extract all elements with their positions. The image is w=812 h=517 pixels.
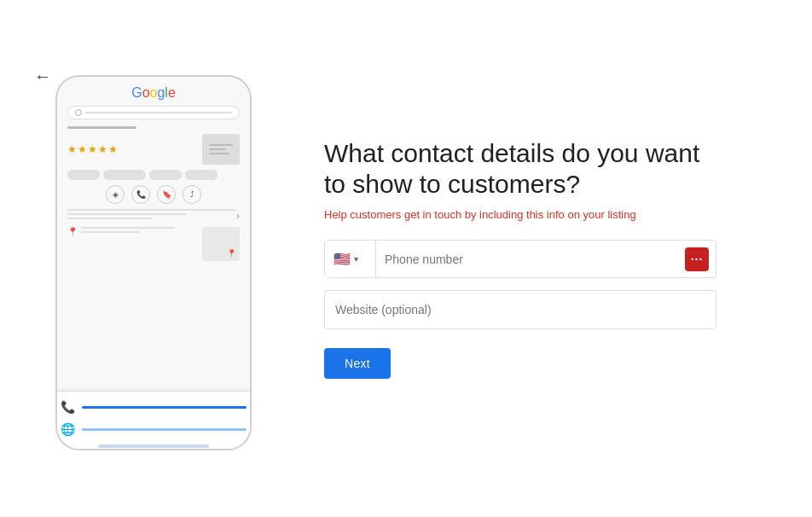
mock-map-area: 📍 📍 <box>67 227 240 261</box>
page-subtitle: Help customers get in touch by including… <box>324 208 716 221</box>
mock-phone-icon: 📞 <box>131 185 150 204</box>
back-button[interactable]: ← <box>34 67 51 86</box>
error-dots-icon: ··· <box>691 253 704 266</box>
card-globe-icon: 🌐 <box>61 422 75 436</box>
page-title: What contact details do you want to show… <box>324 138 716 200</box>
mock-pill <box>67 170 100 180</box>
card-phone-row: 📞 <box>61 400 246 414</box>
mock-pin-icon: 📍 <box>67 227 78 236</box>
chevron-down-icon: ▾ <box>354 254 358 264</box>
mock-line <box>67 126 136 129</box>
mock-stars: ★★★★★ <box>67 143 119 155</box>
scroll-indicator <box>98 444 210 448</box>
website-input[interactable] <box>324 290 716 329</box>
mock-chevron: › <box>236 210 240 222</box>
search-icon <box>75 109 82 116</box>
mock-pill <box>149 170 182 180</box>
next-button[interactable]: Next <box>324 348 391 379</box>
phone-section: ← Google <box>34 67 273 450</box>
phone-input[interactable] <box>376 242 685 276</box>
mock-bookmark-icon: 🔖 <box>157 185 176 204</box>
card-phone-line <box>82 406 246 409</box>
mock-search-bar <box>67 106 240 119</box>
phone-frame: Google ★★★★★ <box>55 75 252 450</box>
mock-pill-row <box>67 170 240 180</box>
card-phone-icon: 📞 <box>61 400 75 414</box>
card-globe-row: 🌐 <box>61 422 246 436</box>
form-section: What contact details do you want to show… <box>324 138 716 379</box>
mock-pill <box>103 170 146 180</box>
mock-map-pin: 📍 <box>227 249 236 258</box>
mock-pill <box>185 170 218 180</box>
card-globe-line <box>82 428 246 431</box>
mock-content-lines: › <box>67 209 240 222</box>
mock-diamond-icon: ◈ <box>106 185 125 204</box>
mock-stars-row: ★★★★★ <box>67 134 240 165</box>
page-container: ← Google <box>0 0 812 517</box>
mock-share-icon: ⤴ <box>183 185 201 204</box>
phone-input-group: 🇺🇸 ▾ ··· <box>324 240 716 278</box>
country-flag: 🇺🇸 <box>334 251 351 267</box>
mock-thumbnail <box>202 134 240 165</box>
mock-map-thumb: 📍 <box>202 227 240 261</box>
phone-bottom-card: 📞 🌐 <box>55 391 252 450</box>
phone-error-button[interactable]: ··· <box>685 247 709 271</box>
mock-icon-row: ◈ 📞 🔖 ⤴ <box>67 185 240 204</box>
phone-mockup: Google ★★★★★ <box>55 75 252 450</box>
country-selector[interactable]: 🇺🇸 ▾ <box>325 241 376 277</box>
google-logo: Google <box>67 85 240 101</box>
